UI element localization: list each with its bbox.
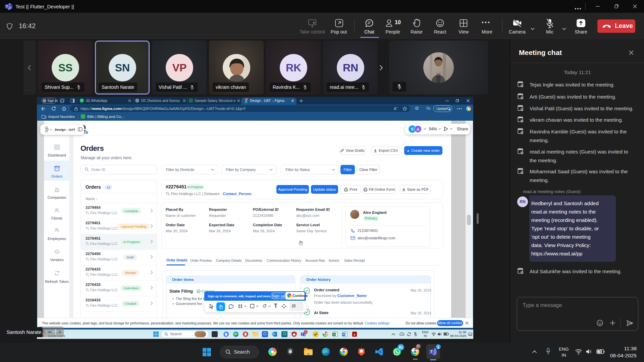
svg-text:N: N xyxy=(401,333,403,335)
svg-text:O: O xyxy=(272,333,275,336)
svg-text:T: T xyxy=(430,350,432,354)
svg-text:A: A xyxy=(354,333,356,336)
svg-text:T: T xyxy=(6,5,8,8)
svg-text:T: T xyxy=(302,333,303,336)
svg-text:W: W xyxy=(342,333,345,336)
svg-text:X: X xyxy=(333,333,335,336)
